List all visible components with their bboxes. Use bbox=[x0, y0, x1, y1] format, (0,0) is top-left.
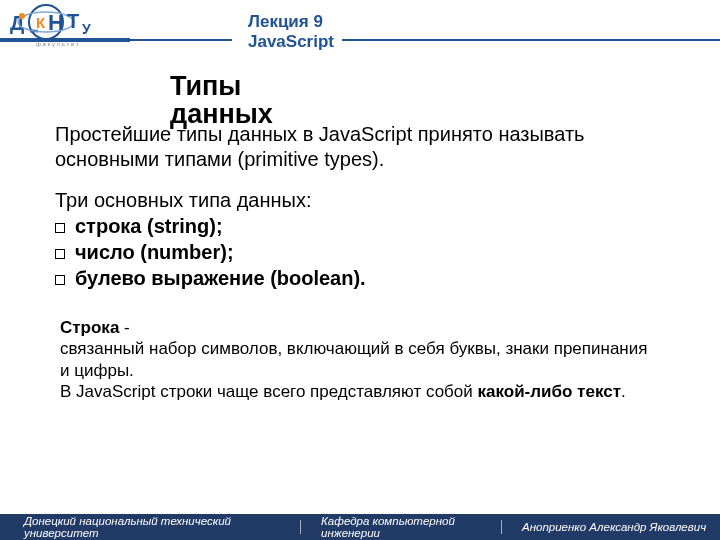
list-item: число (number); bbox=[55, 239, 366, 265]
string-label: Строка bbox=[60, 318, 119, 337]
footer-department: Кафедра компьютерной инженерии bbox=[301, 515, 501, 539]
header-titles: Лекция 9 JavaScript bbox=[248, 12, 334, 53]
string-example: В JavaScript строки чаще всего представл… bbox=[60, 381, 660, 402]
list-item: строка (string); bbox=[55, 213, 366, 239]
section-title-line1: Типы bbox=[170, 71, 241, 101]
slide-footer: Донецкий национальный технический универ… bbox=[0, 514, 720, 540]
list-item: булево выражение (boolean). bbox=[55, 265, 366, 291]
svg-text:Н: Н bbox=[48, 10, 64, 35]
section-title: Типы данных bbox=[170, 72, 273, 129]
university-logo: Д К Н Т он У ф а к у л ь т е т bbox=[10, 2, 120, 58]
intro-paragraph: Простейшие типы данных в JavaScript прин… bbox=[55, 122, 650, 172]
checkbox-icon bbox=[55, 275, 65, 285]
list-item-text: число (number); bbox=[75, 241, 234, 263]
footer-author: Аноприенко Александр Яковлевич bbox=[502, 521, 720, 533]
string-definition: связанный набор символов, включающий в с… bbox=[60, 338, 660, 381]
svg-text:У: У bbox=[82, 21, 91, 37]
footer-university: Донецкий национальный технический универ… bbox=[0, 515, 300, 539]
string-definition-block: Строка - связанный набор символов, включ… bbox=[60, 317, 660, 402]
checkbox-icon bbox=[55, 223, 65, 233]
svg-point-3 bbox=[19, 13, 25, 19]
lecture-subject: JavaScript bbox=[248, 32, 334, 52]
three-types-heading: Три основных типа данных: bbox=[55, 187, 366, 213]
svg-text:Т: Т bbox=[67, 10, 79, 32]
lecture-number: Лекция 9 bbox=[248, 12, 334, 32]
slide-header: Д К Н Т он У ф а к у л ь т е т Лекция 9 … bbox=[0, 0, 720, 60]
types-list-block: Три основных типа данных: строка (string… bbox=[55, 187, 366, 291]
list-item-text: булево выражение (boolean). bbox=[75, 267, 366, 289]
svg-point-2 bbox=[18, 12, 74, 32]
dash: - bbox=[124, 318, 130, 337]
checkbox-icon bbox=[55, 249, 65, 259]
svg-text:он: он bbox=[30, 27, 38, 34]
header-divider bbox=[0, 38, 720, 42]
list-item-text: строка (string); bbox=[75, 215, 223, 237]
string-line1: Строка - bbox=[60, 317, 660, 338]
